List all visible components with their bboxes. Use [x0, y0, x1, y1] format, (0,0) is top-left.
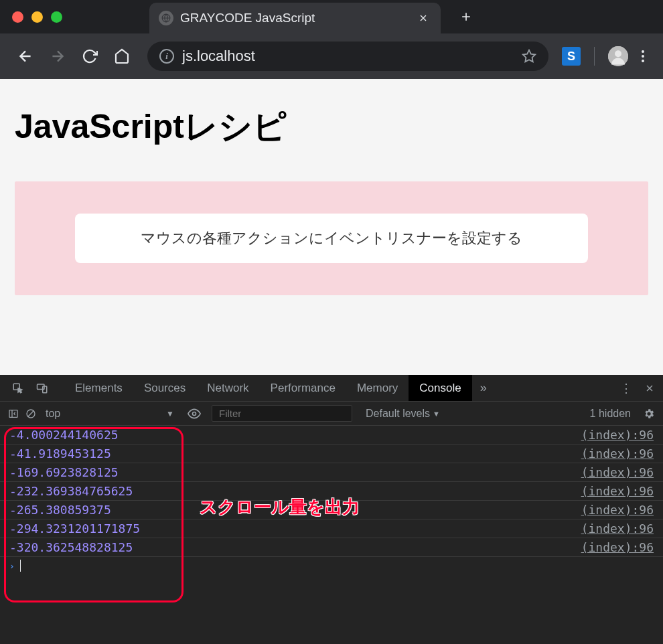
execution-context-selector[interactable]: top ▼ [43, 408, 177, 420]
tab-console[interactable]: Console [409, 375, 471, 401]
more-tabs-button[interactable]: » [480, 381, 487, 395]
browser-toolbar: i js.localhost S [0, 33, 663, 79]
clear-console-icon[interactable] [25, 408, 36, 419]
svg-point-8 [193, 412, 196, 415]
prompt-chevron-icon: › [9, 561, 15, 571]
console-line: -41.9189453125 (index):96 [0, 445, 663, 463]
inspect-element-icon[interactable] [8, 382, 28, 394]
console-line: -320.362548828125 (index):96 [0, 538, 663, 557]
browser-tab[interactable]: GRAYCODE JavaScript [149, 3, 441, 33]
tab-elements[interactable]: Elements [64, 375, 133, 401]
tab-favicon-globe-icon [159, 11, 173, 25]
log-levels-selector[interactable]: Default levels ▼ [366, 408, 440, 420]
live-expression-icon[interactable] [188, 407, 201, 420]
back-button[interactable] [13, 44, 38, 68]
tab-close-button[interactable] [418, 13, 429, 23]
toolbar-divider [594, 47, 595, 66]
site-info-icon[interactable]: i [159, 49, 174, 64]
console-value: -41.9189453125 [9, 447, 111, 461]
demo-container: マウスの各種アクションにイベントリスナーを設定する [15, 181, 648, 295]
console-source-link[interactable]: (index):96 [581, 540, 654, 554]
forward-button[interactable] [46, 44, 70, 68]
console-output: -4.000244140625 (index):96 -41.918945312… [0, 426, 663, 574]
console-line: -232.369384765625 (index):96 [0, 482, 663, 501]
tab-performance[interactable]: Performance [260, 375, 346, 401]
page-content: JavaScriptレシピ マウスの各種アクションにイベントリスナーを設定する [0, 79, 663, 375]
maximize-window-button[interactable] [51, 11, 62, 23]
levels-label: Default levels [366, 408, 430, 420]
console-input[interactable]: › [0, 557, 663, 574]
traffic-lights [12, 11, 62, 23]
console-value: -265.380859375 [9, 503, 111, 517]
console-source-link[interactable]: (index):96 [581, 428, 654, 442]
minimize-window-button[interactable] [31, 11, 43, 23]
devtools-tablist: Elements Sources Network Performance Mem… [64, 375, 472, 401]
console-source-link[interactable]: (index):96 [581, 447, 654, 461]
window-titlebar: GRAYCODE JavaScript [0, 0, 663, 33]
console-value: -320.362548828125 [9, 540, 133, 554]
console-toolbar: top ▼ Default levels ▼ 1 hidden [0, 402, 663, 426]
reload-button[interactable] [78, 44, 102, 68]
console-source-link[interactable]: (index):96 [581, 484, 654, 498]
console-filter-input[interactable] [212, 405, 352, 422]
console-source-link[interactable]: (index):96 [581, 503, 654, 517]
url-text: js.localhost [182, 48, 514, 65]
new-tab-button[interactable] [459, 10, 473, 23]
browser-menu-button[interactable] [636, 50, 650, 62]
console-line: -4.000244140625 (index):96 [0, 426, 663, 445]
devtools-close-button[interactable] [644, 383, 655, 394]
text-cursor [20, 560, 21, 572]
console-sidebar-toggle-icon[interactable] [8, 408, 19, 419]
console-source-link[interactable]: (index):96 [581, 465, 654, 479]
context-label: top [46, 408, 60, 420]
profile-avatar[interactable] [608, 46, 628, 66]
devtools-menu-button[interactable]: ⋮ [620, 381, 632, 396]
extension-icon[interactable]: S [562, 47, 581, 66]
devtools-tabbar: Elements Sources Network Performance Mem… [0, 375, 663, 402]
address-bar[interactable]: i js.localhost [147, 42, 548, 71]
chevron-down-icon: ▼ [433, 410, 440, 418]
tab-sources[interactable]: Sources [133, 375, 196, 401]
console-line: -265.380859375 (index):96 [0, 501, 663, 519]
console-value: -294.3231201171875 [9, 521, 140, 536]
console-line: -294.3231201171875 (index):96 [0, 519, 663, 538]
page-heading: JavaScriptレシピ [15, 104, 648, 149]
home-button[interactable] [110, 44, 134, 68]
hidden-messages-count[interactable]: 1 hidden [590, 408, 631, 420]
svg-point-2 [615, 50, 621, 57]
tab-title: GRAYCODE JavaScript [180, 11, 411, 25]
svg-rect-6 [9, 410, 17, 417]
tab-network[interactable]: Network [196, 375, 259, 401]
bookmark-star-icon[interactable] [522, 49, 536, 64]
demo-button[interactable]: マウスの各種アクションにイベントリスナーを設定する [75, 214, 588, 263]
device-toggle-icon[interactable] [32, 382, 52, 394]
tab-memory[interactable]: Memory [346, 375, 409, 401]
console-settings-icon[interactable] [643, 408, 655, 420]
devtools-panel: Elements Sources Network Performance Mem… [0, 375, 663, 644]
chevron-down-icon: ▼ [166, 409, 174, 418]
close-window-button[interactable] [12, 11, 23, 23]
console-value: -4.000244140625 [9, 428, 119, 442]
console-value: -169.6923828125 [9, 465, 119, 479]
console-line: -169.6923828125 (index):96 [0, 463, 663, 482]
console-source-link[interactable]: (index):96 [581, 521, 654, 536]
console-value: -232.369384765625 [9, 484, 133, 498]
